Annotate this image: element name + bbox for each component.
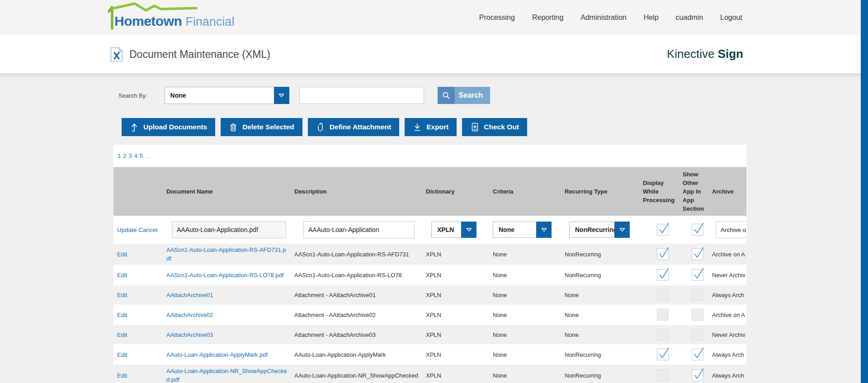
- description-cell: AAuto-Loan-Application-ApplyMark: [294, 345, 426, 364]
- download-icon: [413, 122, 422, 132]
- edit-link[interactable]: Edit: [117, 292, 127, 298]
- archive-cell: Never Archiv: [712, 325, 746, 345]
- dictionary-cell: XPLN: [426, 265, 493, 285]
- recurring-type-cell: NonRecurring: [565, 265, 643, 285]
- document-name-link[interactable]: AAScn1-Auto-Loan-Application-RS-LO78.pdf: [166, 272, 283, 279]
- page-link-1[interactable]: 1: [118, 152, 121, 159]
- table-clip: Document Name Description Dictionary Cri…: [113, 167, 746, 383]
- recurring-type-cell: None: [565, 285, 643, 305]
- table-header-row: Document Name Description Dictionary Cri…: [113, 167, 746, 216]
- edit-link[interactable]: Edit: [117, 372, 127, 379]
- nav-item-processing[interactable]: Processing: [479, 14, 515, 22]
- right-scrollbar[interactable]: [861, 0, 868, 383]
- search-input[interactable]: [299, 87, 424, 104]
- chevron-down-icon[interactable]: [536, 222, 552, 238]
- check-mark-icon: [658, 222, 670, 234]
- display-while-processing-checkbox[interactable]: [657, 224, 669, 236]
- check-mark-icon: [658, 347, 670, 359]
- search-button[interactable]: Search: [438, 87, 490, 104]
- pagination: 12345...: [113, 145, 746, 167]
- recurring-type-cell: NonRecurring: [565, 345, 643, 364]
- brand-name-secondary: Financial: [185, 15, 234, 28]
- edit-link[interactable]: Edit: [117, 351, 127, 358]
- nav-item-help[interactable]: Help: [644, 14, 659, 22]
- table-edit-row: Update Cancel XPLN: [113, 216, 746, 243]
- table-row: Edit AAScn1-Auto-Loan-Application-RS-LO7…: [113, 265, 746, 285]
- search-button-label: Search: [459, 91, 483, 99]
- col-header-archive: Archive: [712, 167, 746, 216]
- search-row: Search By: None Search: [118, 87, 868, 104]
- update-link[interactable]: Update: [117, 227, 137, 233]
- export-button[interactable]: Export: [405, 118, 457, 136]
- main-nav: ProcessingReportingAdministrationHelpcua…: [479, 0, 742, 35]
- page-link-5[interactable]: 5: [140, 152, 143, 159]
- display-while-processing-checkbox: [657, 269, 669, 281]
- document-name-link[interactable]: AAuto-Loan-Application-NR_ShowAppChecked…: [166, 368, 287, 383]
- document-name-link[interactable]: AAttachArchive01: [166, 292, 213, 298]
- col-header-description: Description: [294, 167, 426, 216]
- table-row: Edit AAttachArchive03 Attachment - AAtta…: [113, 325, 746, 345]
- dictionary-cell: XPLN: [426, 345, 493, 364]
- edit-link[interactable]: Edit: [117, 331, 127, 338]
- search-by-label: Search By:: [118, 92, 147, 99]
- nav-item-logout[interactable]: Logout: [720, 14, 742, 22]
- criteria-dropdown[interactable]: None: [493, 222, 552, 238]
- recurring-type-dropdown[interactable]: NonRecurring: [569, 222, 630, 238]
- page-link-3[interactable]: 3: [128, 152, 132, 159]
- dictionary-cell: XPLN: [426, 325, 493, 345]
- upload-icon: [130, 122, 139, 132]
- nav-item-administration[interactable]: Administration: [580, 14, 626, 22]
- show-other-app-checkbox: [692, 289, 703, 301]
- description-cell: Attachment - AAttachArchive01: [294, 285, 426, 305]
- page-link-4[interactable]: 4: [134, 152, 137, 159]
- check-mark-icon: [658, 247, 670, 259]
- document-name-link[interactable]: AAttachArchive02: [166, 312, 213, 318]
- check-mark-icon: [693, 222, 704, 234]
- chevron-down-icon[interactable]: [461, 222, 476, 238]
- page-link-2[interactable]: 2: [123, 152, 126, 159]
- define-attachment-button[interactable]: Define Attachment: [308, 118, 399, 136]
- table-row: Edit AAuto-Loan-Application-NR_ShowAppCh…: [113, 364, 746, 383]
- show-other-app-checkbox: [692, 369, 703, 381]
- upload-documents-button[interactable]: Upload Documents: [122, 118, 215, 136]
- dictionary-cell: XPLN: [426, 364, 493, 383]
- search-icon: [438, 87, 455, 104]
- display-while-processing-checkbox: [657, 329, 669, 340]
- delete-selected-button[interactable]: Delete Selected: [221, 118, 302, 136]
- check-out-button[interactable]: Check Out: [462, 118, 527, 136]
- pagination-ellipsis: ...: [145, 152, 150, 159]
- show-other-app-checkbox[interactable]: [692, 224, 703, 236]
- check-mark-icon: [693, 247, 704, 259]
- chevron-down-icon[interactable]: [274, 87, 289, 104]
- chevron-down-icon[interactable]: [614, 222, 630, 238]
- page-title: Document Maintenance (XML): [129, 48, 270, 61]
- recurring-type-cell: None: [565, 305, 643, 325]
- archive-dropdown[interactable]: Archive o: [716, 221, 746, 238]
- cancel-link[interactable]: Cancel: [138, 227, 157, 233]
- archive-cell: Always Arch: [712, 364, 746, 383]
- nav-item-reporting[interactable]: Reporting: [532, 14, 563, 22]
- kinective-sign-logo: Kinective Sign: [667, 47, 743, 61]
- document-name-link[interactable]: AAScn1-Auto-Loan-Application-RS-AFD731.p…: [166, 246, 286, 262]
- criteria-cell: None: [493, 285, 565, 305]
- table-row: Edit AAScn1-Auto-Loan-Application-RS-AFD…: [113, 243, 746, 265]
- nav-item-cuadmin[interactable]: cuadmin: [676, 14, 703, 22]
- document-name-link[interactable]: AAttachArchive03: [166, 331, 213, 338]
- edit-link[interactable]: Edit: [117, 312, 127, 318]
- content-area: Search By: None Search Upload Documents …: [0, 87, 868, 383]
- show-other-app-checkbox: [692, 309, 703, 321]
- display-while-processing-checkbox: [657, 309, 669, 321]
- dictionary-dropdown[interactable]: XPLN: [431, 222, 476, 238]
- description-input[interactable]: [303, 221, 415, 238]
- document-name-input[interactable]: [172, 221, 286, 238]
- hometown-financial-logo[interactable]: HometownFinancial: [108, 2, 257, 34]
- document-name-link[interactable]: AAuto-Loan-Application-ApplyMark.pdf: [166, 351, 268, 358]
- edit-link[interactable]: Edit: [117, 251, 127, 258]
- search-by-dropdown[interactable]: None: [165, 87, 289, 104]
- criteria-cell: None: [493, 345, 565, 364]
- description-cell: AAuto-Loan-Application-NR_ShowAppChecked: [294, 364, 426, 383]
- description-cell: AAScn1-Auto-Loan-Application-RS-AFD731: [294, 243, 426, 265]
- xml-document-icon: [110, 47, 123, 62]
- col-header-recurring-type: Recurring Type: [565, 167, 643, 216]
- edit-link[interactable]: Edit: [117, 272, 127, 279]
